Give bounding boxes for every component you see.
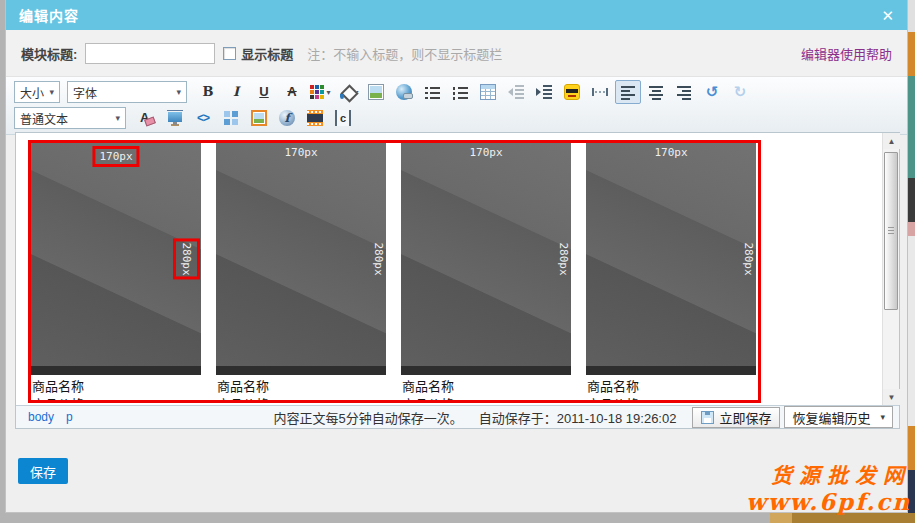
outdent-icon	[508, 84, 524, 100]
edit-content-dialog: 编辑内容 ✕ 模块标题: 显示标题 注：不输入标题，则不显示标题栏 编辑器使用帮…	[5, 0, 908, 513]
watermark: 货源批发网 www.6pf.cn	[746, 464, 911, 515]
image-manager-button[interactable]	[246, 106, 272, 130]
breadcrumb-body[interactable]: body	[28, 410, 54, 424]
insert-image-button[interactable]	[363, 80, 389, 104]
align-left-icon	[620, 84, 636, 100]
align-right-icon	[676, 84, 692, 100]
flash-button[interactable]: f	[274, 106, 300, 130]
height-label: 280px	[372, 242, 385, 275]
font-size-dropdown[interactable]: 大小 ▾	[14, 81, 60, 103]
image-bottom-shade	[586, 366, 756, 375]
insert-media-icon	[307, 110, 323, 126]
paste-as-text-button[interactable]: c	[330, 106, 356, 130]
fill-color-button[interactable]: ▾	[335, 80, 361, 104]
emoticon-icon	[564, 84, 580, 100]
outdent-button	[503, 80, 529, 104]
align-left-button[interactable]	[615, 80, 641, 104]
height-label: 280px	[557, 242, 570, 275]
height-label: 280px	[742, 242, 755, 275]
fill-color-icon	[337, 84, 353, 100]
save-now-button[interactable]: 立即保存	[692, 407, 780, 428]
chevron-down-icon: ▾	[171, 87, 181, 97]
layout-grid-icon	[223, 110, 239, 126]
remove-format-button[interactable]: A	[134, 106, 160, 130]
editor-content[interactable]: 170px280px商品名称商品价格170px280px商品名称商品价格170p…	[16, 133, 882, 405]
redo-icon: ↻	[732, 84, 748, 100]
italic-icon: I	[228, 84, 244, 100]
width-label: 170px	[654, 146, 687, 159]
scroll-down-icon[interactable]: ▼	[883, 389, 900, 405]
product-price: 商品价格	[31, 394, 201, 403]
image-bottom-shade	[31, 366, 201, 375]
underline-icon: U	[256, 84, 272, 100]
product-image-placeholder: 170px280px	[31, 143, 201, 375]
product-name: 商品名称	[31, 375, 201, 394]
indent-button[interactable]	[531, 80, 557, 104]
product-image-placeholder: 170px280px	[586, 143, 756, 375]
editor-area: 170px280px商品名称商品价格170px280px商品名称商品价格170p…	[15, 132, 900, 429]
paragraph-style-label: 普通文本	[20, 110, 68, 127]
preview-button[interactable]	[162, 106, 188, 130]
editor-help-link[interactable]: 编辑器使用帮助	[801, 44, 892, 63]
image-bottom-shade	[216, 366, 386, 375]
page-break-icon	[592, 84, 608, 100]
show-title-checkbox[interactable]	[223, 47, 236, 60]
restore-history-dropdown[interactable]: 恢复编辑历史 ▾	[784, 406, 893, 428]
align-center-button[interactable]	[643, 80, 669, 104]
chevron-down-icon: ▾	[44, 87, 54, 97]
insert-media-button[interactable]	[302, 106, 328, 130]
unordered-list-button[interactable]	[419, 80, 445, 104]
product-name: 商品名称	[401, 375, 571, 394]
page-break-button[interactable]	[587, 80, 613, 104]
insert-table-button[interactable]	[475, 80, 501, 104]
remove-format-icon: A	[139, 110, 155, 126]
insert-image-icon	[368, 84, 384, 100]
product-price: 商品价格	[216, 394, 386, 403]
align-right-button[interactable]	[671, 80, 697, 104]
breadcrumb-p[interactable]: p	[66, 410, 73, 424]
module-title-label: 模块标题:	[21, 44, 77, 63]
watermark-url: www.6pf.cn	[746, 489, 911, 515]
editor-toolbar: 大小 ▾ 字体 ▾ BIUA▾▾↺↻ 普通文本 ▾ A<>fc	[6, 76, 907, 135]
font-color-button[interactable]: ▾	[307, 80, 333, 104]
align-center-icon	[648, 84, 664, 100]
module-title-input[interactable]	[85, 43, 215, 64]
layout-grid-button[interactable]	[218, 106, 244, 130]
underline-button[interactable]: U	[251, 80, 277, 104]
annotation-red-rectangle: 170px280px商品名称商品价格170px280px商品名称商品价格170p…	[28, 140, 761, 403]
product-price: 商品价格	[401, 394, 571, 403]
product-card: 170px280px商品名称商品价格	[401, 143, 571, 400]
italic-button[interactable]: I	[223, 80, 249, 104]
product-card: 170px280px商品名称商品价格	[586, 143, 756, 400]
scroll-up-icon[interactable]: ▲	[883, 133, 900, 149]
undo-button[interactable]: ↺	[699, 80, 725, 104]
source-code-button[interactable]: <>	[190, 106, 216, 130]
font-size-label: 大小	[20, 84, 44, 101]
product-image-placeholder: 170px280px	[401, 143, 571, 375]
chevron-down-icon: ▾	[880, 412, 885, 422]
background-page-sliver	[908, 0, 915, 523]
toolbar-row-2: 普通文本 ▾ A<>fc	[14, 105, 899, 131]
autosave-notice: 内容正文每5分钟自动保存一次。	[273, 408, 462, 427]
insert-link-button[interactable]	[391, 80, 417, 104]
floppy-disk-icon	[701, 411, 714, 424]
editor-statusbar: body p 内容正文每5分钟自动保存一次。 自动保存于：2011-10-18 …	[16, 405, 899, 428]
product-name: 商品名称	[216, 375, 386, 394]
width-label-annotated: 170px	[92, 146, 139, 167]
unordered-list-icon	[424, 84, 440, 100]
close-icon[interactable]: ✕	[881, 8, 894, 23]
emoticon-button[interactable]	[559, 80, 585, 104]
ordered-list-button[interactable]	[447, 80, 473, 104]
width-label: 170px	[284, 146, 317, 159]
bold-button[interactable]: B	[195, 80, 221, 104]
strikethrough-button[interactable]: A	[279, 80, 305, 104]
scrollbar-thumb[interactable]	[884, 152, 898, 310]
save-button[interactable]: 保存	[18, 458, 68, 484]
product-price: 商品价格	[586, 394, 756, 403]
editor-scrollbar[interactable]: ▲ ▼	[882, 133, 899, 405]
dialog-title: 编辑内容	[19, 5, 79, 25]
save-now-label: 立即保存	[719, 408, 771, 427]
paragraph-style-dropdown[interactable]: 普通文本 ▾	[14, 107, 126, 129]
font-family-dropdown[interactable]: 字体 ▾	[67, 81, 187, 103]
restore-history-label: 恢复编辑历史	[792, 408, 870, 427]
